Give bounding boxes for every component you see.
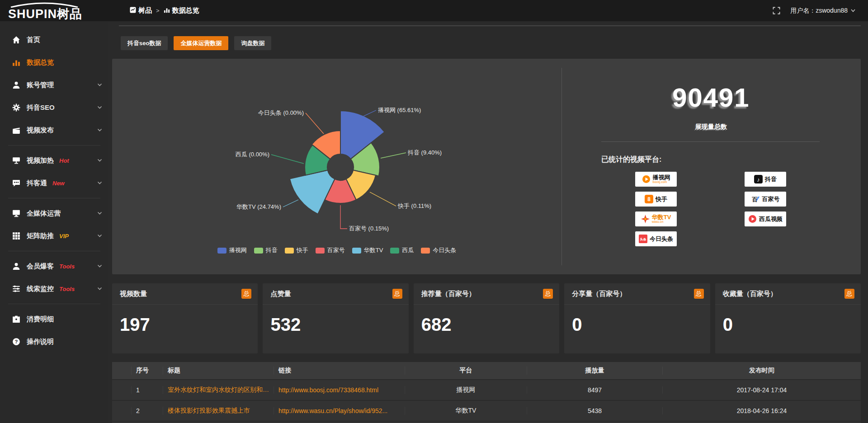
content-top-divider	[119, 25, 861, 26]
breadcrumb-item-current[interactable]: 数据总览	[164, 6, 199, 15]
platform-name: 西瓜视频	[759, 216, 783, 222]
cell-title-link[interactable]: 楼体投影灯投影效果震撼上市	[163, 407, 274, 415]
summary-divider	[601, 141, 820, 142]
sidebar-item-数据总览[interactable]: 数据总览	[0, 51, 108, 74]
cell-title-link[interactable]: 室外水纹灯和室内水纹灯的区别和简介	[163, 386, 274, 394]
stat-card-视频数量: 视频数量总197	[112, 283, 258, 353]
sidebar-item-矩阵助推[interactable]: 矩阵助推VIP	[0, 225, 108, 247]
user-icon	[12, 81, 20, 89]
sidebar-item-label: 全媒体运营	[27, 209, 61, 218]
cell-views: 5438	[527, 407, 662, 414]
sidebar-item-首页[interactable]: 首页	[0, 28, 108, 51]
col-header-title: 标题	[163, 367, 274, 375]
overview-panel: 播视网 (65.61%)抖音 (9.40%)快手 (0.11%)百家号 (0.1…	[112, 59, 861, 274]
sidebar-item-label: 数据总览	[27, 58, 54, 67]
stat-card-推荐量（百家号）: 推荐量（百家号）总682	[414, 283, 559, 353]
platform-badge-百家号: 百百家号	[745, 192, 786, 207]
cell-url-link[interactable]: http://www.boosj.com/7338468.html	[274, 386, 405, 394]
sidebar-divider	[8, 304, 100, 304]
breadcrumb-label: 树品	[138, 6, 152, 15]
legend-item-华数TV[interactable]: 华数TV	[352, 246, 383, 254]
tab-全媒体运营数据[interactable]: 全媒体运营数据	[174, 36, 228, 50]
fullscreen-icon[interactable]	[773, 7, 780, 14]
top-bar: SHUPIN树品 树品 > 数据总览 用户名：zswodun88	[0, 0, 868, 21]
sidebar-item-账号管理[interactable]: 账号管理	[0, 74, 108, 96]
tab-抖音seo数据[interactable]: 抖音seo数据	[121, 36, 168, 50]
sidebar-item-抖音SEO[interactable]: 抖音SEO	[0, 96, 108, 119]
pie-label: 快手 (0.11%)	[397, 202, 431, 209]
chevron-down-icon	[97, 181, 102, 185]
monitor-icon	[12, 209, 20, 217]
toutiao-logo: 头条	[639, 235, 647, 243]
col-header-time: 发布时间	[662, 367, 861, 375]
breadcrumb-item-home[interactable]: 树品	[130, 6, 152, 15]
sidebar-item-视频发布[interactable]: 视频发布	[0, 119, 108, 141]
legend-item-百家号[interactable]: 百家号	[316, 246, 345, 254]
pie-slice-华数TV[interactable]	[290, 170, 335, 214]
cell-url-link[interactable]: http://www.wasu.cn/Play/show/id/952...	[274, 407, 405, 414]
stat-card-title: 视频数量	[120, 290, 147, 298]
sidebar-item-badge: VIP	[59, 233, 69, 240]
pie-label: 百家号 (0.15%)	[349, 225, 389, 232]
sidebar-item-线索监控[interactable]: 线索监控Tools	[0, 277, 108, 300]
legend-item-西瓜[interactable]: 西瓜	[390, 246, 414, 254]
total-impressions-label: 展现量总数	[561, 123, 861, 131]
sidebar-item-抖客通[interactable]: 抖客通New	[0, 172, 108, 194]
stat-card-value: 682	[414, 305, 559, 335]
platform-badge-今日头条: 头条今日头条	[635, 231, 677, 246]
wallet-icon	[12, 315, 20, 323]
sidebar-item-label: 操作说明	[27, 338, 54, 346]
sidebar-item-会员爆客[interactable]: 会员爆客Tools	[0, 255, 108, 277]
platform-sub: boosj.com	[653, 180, 667, 184]
tab-询盘数据[interactable]: 询盘数据	[234, 36, 271, 50]
sidebar-item-操作说明[interactable]: ?操作说明	[0, 330, 108, 353]
sidebar-item-label: 抖客通	[27, 179, 47, 188]
data-tabs: 抖音seo数据全媒体运营数据询盘数据	[121, 36, 271, 50]
legend-item-播视网[interactable]: 播视网	[217, 246, 247, 254]
stat-card-title: 推荐量（百家号）	[421, 290, 476, 298]
sidebar-item-label: 线索监控	[27, 285, 54, 293]
legend-chip	[390, 248, 399, 254]
legend-item-今日头条[interactable]: 今日头条	[421, 246, 456, 254]
sidebar-divider	[8, 145, 100, 146]
platform-name: 播视网	[653, 174, 670, 180]
logo-latin: SHUPIN	[8, 7, 57, 21]
bar-chart-icon	[164, 7, 170, 14]
pie-label-line	[271, 155, 304, 164]
pie-label-line	[283, 200, 298, 207]
legend-label: 华数TV	[364, 246, 383, 254]
platform-badge-播视网: 播视网boosj.com	[635, 172, 677, 187]
legend-item-抖音[interactable]: 抖音	[254, 246, 278, 254]
total-badge: 总	[694, 289, 704, 299]
sidebar-item-label: 消费明细	[27, 315, 54, 324]
legend-label: 百家号	[327, 246, 345, 254]
platform-name: 抖音	[765, 176, 777, 182]
sidebar-item-全媒体运营[interactable]: 全媒体运营	[0, 202, 108, 225]
pie-label: 今日头条 (0.00%)	[258, 109, 304, 116]
sidebar: 首页数据总览账号管理抖音SEO视频发布视频加热Hot抖客通New全媒体运营矩阵助…	[0, 21, 108, 423]
cell-time: 2017-08-24 17:04	[662, 386, 861, 394]
platform-name: 快手	[656, 196, 667, 202]
platform-name: 今日头条	[650, 236, 673, 242]
sidebar-item-label: 首页	[27, 36, 40, 44]
breadcrumb-label: 数据总览	[172, 6, 199, 15]
member-icon	[12, 262, 20, 270]
breadcrumb: 树品 > 数据总览	[130, 0, 199, 21]
sidebar-item-label: 抖音SEO	[27, 103, 55, 112]
pie-label: 西瓜 (0.00%)	[236, 151, 269, 158]
logo-cjk: 树品	[57, 7, 82, 21]
legend-item-快手[interactable]: 快手	[285, 246, 308, 254]
platform-badge-抖音: ♪抖音	[745, 172, 786, 187]
sidebar-item-消费明细[interactable]: 消费明细	[0, 308, 108, 330]
clapper-icon	[12, 126, 20, 134]
sidebar-item-视频加热[interactable]: 视频加热Hot	[0, 149, 108, 172]
legend-chip	[421, 248, 430, 254]
platform-name: 百家号	[762, 196, 780, 202]
legend-label: 播视网	[229, 246, 247, 254]
stat-card-title: 分享量（百家号）	[572, 290, 626, 298]
user-menu[interactable]: 用户名：zswodun88	[790, 7, 855, 15]
heat-icon	[12, 156, 20, 164]
legend-chip	[352, 248, 361, 254]
xigua-logo	[748, 215, 757, 223]
legend-chip	[316, 248, 325, 254]
